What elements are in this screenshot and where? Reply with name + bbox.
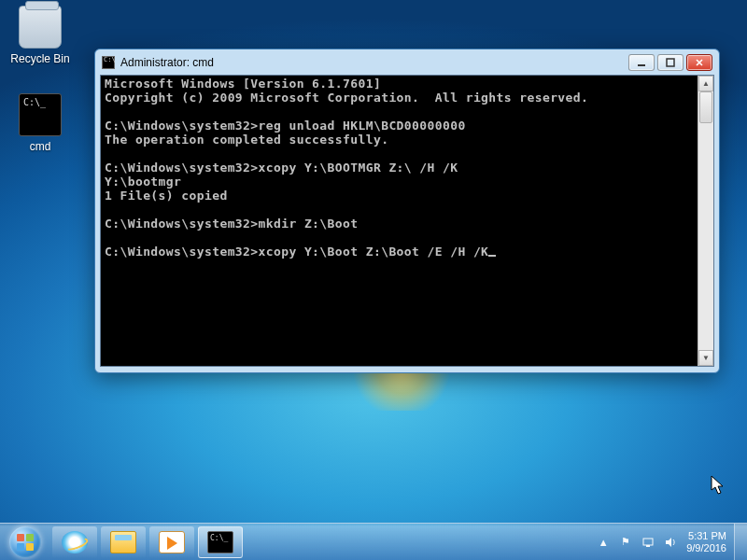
- svg-rect-6: [643, 539, 653, 545]
- terminal-icon: [207, 531, 233, 553]
- taskbar-cmd-button[interactable]: [198, 526, 243, 558]
- clock[interactable]: 5:31 PM 9/9/2016: [686, 530, 728, 554]
- svg-rect-2: [17, 534, 24, 541]
- window-icon: [102, 56, 115, 69]
- svg-rect-7: [646, 545, 650, 547]
- recycle-bin-icon[interactable]: Recycle Bin: [6, 6, 75, 65]
- tray-overflow-icon[interactable]: ▲: [597, 536, 610, 549]
- cmd-window[interactable]: Administrator: cmd Microsoft Windows [Ve…: [94, 49, 720, 373]
- terminal-icon: [19, 93, 62, 136]
- ie-icon: [62, 531, 88, 553]
- system-tray[interactable]: ▲ ⚑ 5:31 PM 9/9/2016: [587, 530, 734, 554]
- play-icon: [159, 531, 185, 553]
- window-buttons: [628, 54, 712, 71]
- scrollbar[interactable]: ▲ ▼: [698, 76, 713, 366]
- taskbar-ie-button[interactable]: [52, 526, 97, 558]
- clock-date: 9/9/2016: [686, 542, 726, 554]
- minimize-button[interactable]: [628, 54, 655, 71]
- minimize-icon: [637, 58, 646, 67]
- folder-icon: [110, 531, 136, 553]
- maximize-button[interactable]: [657, 54, 684, 71]
- taskbar-explorer-button[interactable]: [101, 526, 146, 558]
- close-icon: [695, 58, 704, 67]
- flag-icon[interactable]: ⚑: [619, 536, 632, 549]
- svg-rect-0: [638, 64, 645, 66]
- svg-rect-4: [17, 543, 24, 551]
- start-button[interactable]: [0, 524, 50, 561]
- svg-rect-3: [26, 534, 34, 541]
- terminal-client: Microsoft Windows [Version 6.1.7601] Cop…: [100, 75, 714, 367]
- svg-rect-1: [667, 59, 674, 66]
- close-button[interactable]: [686, 54, 712, 71]
- cmd-shortcut-icon[interactable]: cmd: [6, 93, 75, 153]
- scroll-thumb[interactable]: [699, 91, 712, 123]
- scroll-up-button[interactable]: ▲: [698, 76, 713, 91]
- desktop[interactable]: Recycle Bin cmd Administrator: cmd Micro…: [0, 0, 747, 560]
- scroll-down-button[interactable]: ▼: [698, 350, 713, 366]
- windows-orb-icon: [9, 526, 41, 558]
- mouse-cursor-icon: [711, 475, 726, 496]
- svg-rect-5: [26, 543, 34, 551]
- recycle-bin-label: Recycle Bin: [6, 52, 75, 65]
- taskbar[interactable]: ▲ ⚑ 5:31 PM 9/9/2016: [0, 523, 747, 560]
- volume-icon[interactable]: [664, 536, 677, 549]
- maximize-icon: [666, 58, 675, 67]
- show-desktop-button[interactable]: [734, 524, 747, 561]
- network-icon[interactable]: [641, 536, 655, 549]
- cmd-shortcut-label: cmd: [6, 140, 75, 153]
- titlebar[interactable]: Administrator: cmd: [100, 54, 714, 75]
- clock-time: 5:31 PM: [686, 530, 726, 542]
- taskbar-mediaplayer-button[interactable]: [149, 526, 194, 558]
- trash-icon: [19, 6, 62, 49]
- scroll-track[interactable]: [698, 91, 713, 350]
- window-title: Administrator: cmd: [120, 56, 623, 69]
- terminal-output[interactable]: Microsoft Windows [Version 6.1.7601] Cop…: [101, 76, 698, 366]
